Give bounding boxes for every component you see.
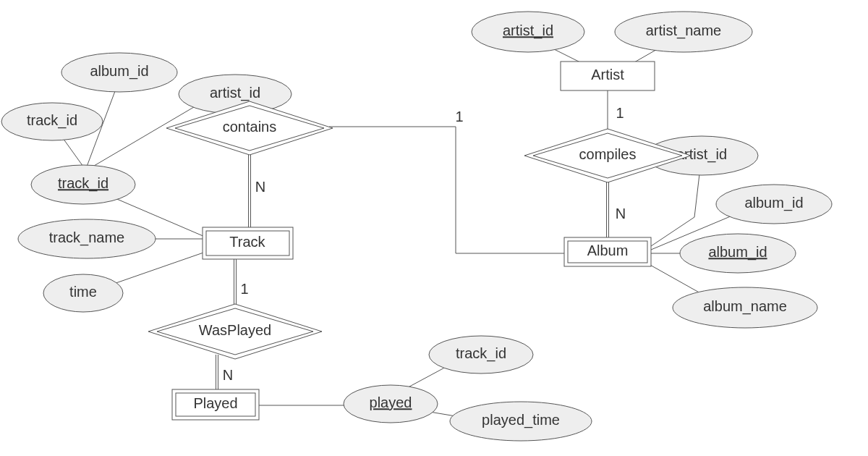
attr-played-time: played_time [450, 402, 592, 441]
attr-artist-name: artist_name [615, 12, 752, 52]
attr-track-artist-id-label: artist_id [210, 85, 260, 101]
entity-artist: Artist [561, 62, 655, 90]
attr-album-name-label: album_name [703, 298, 787, 315]
rel-compiles-label: compiles [579, 146, 637, 162]
card-wasplayed-played: N [223, 367, 233, 383]
attr-album-album-id-label: album_id [708, 244, 767, 261]
attr-track-time-label: time [69, 284, 97, 300]
attr-artist-id: artist_id [472, 12, 584, 52]
rel-contains: contains [166, 101, 333, 155]
attr-played-played-label: played [370, 394, 412, 410]
attr-track-name-label: track_name [49, 229, 125, 246]
card-wasplayed-track: 1 [240, 281, 248, 297]
attr-played-time-label: played_time [482, 412, 560, 428]
attr-album-album-id: album_id [680, 234, 796, 273]
card-compiles-album: N [616, 206, 626, 221]
er-diagram: artist_id artist_name artist_id album_id… [0, 0, 868, 456]
attr-played-track-id: track_id [429, 336, 533, 373]
attr-track-time: time [43, 274, 123, 312]
attr-artist-id-label: artist_id [503, 22, 553, 39]
attr-album-name: album_name [673, 287, 817, 328]
card-contains-album: 1 [455, 109, 463, 124]
attr-artist-name-label: artist_name [646, 22, 722, 39]
rel-wasplayed: WasPlayed [148, 304, 322, 359]
attr-track-album-id-label: album_id [90, 63, 148, 80]
entity-artist-label: Artist [591, 67, 624, 83]
entity-track: Track [203, 227, 293, 259]
attr-played-played: played [344, 385, 438, 423]
entity-album: Album [564, 237, 651, 266]
entity-album-label: Album [587, 242, 629, 258]
attr-album-album-id-sub: album_id [716, 185, 832, 224]
attr-track-track-id-sub: track_id [1, 103, 103, 140]
entity-played-label: Played [193, 395, 237, 411]
attr-track-album-id: album_id [61, 53, 177, 92]
entity-track-label: Track [229, 234, 265, 250]
entity-played: Played [172, 389, 259, 420]
rel-contains-label: contains [223, 119, 277, 135]
attr-track-track-id: track_id [31, 165, 135, 204]
attr-played-track-id-label: track_id [456, 345, 506, 362]
attr-album-album-id-sub-label: album_id [744, 195, 803, 211]
attr-track-track-id-label: track_id [58, 175, 109, 192]
card-compiles-artist: 1 [616, 105, 624, 121]
rel-wasplayed-label: WasPlayed [199, 322, 271, 338]
attr-track-track-id-sub-label: track_id [27, 112, 77, 129]
card-contains-track: N [255, 179, 265, 195]
rel-compiles: compiles [524, 129, 691, 182]
attr-track-name: track_name [18, 219, 156, 258]
